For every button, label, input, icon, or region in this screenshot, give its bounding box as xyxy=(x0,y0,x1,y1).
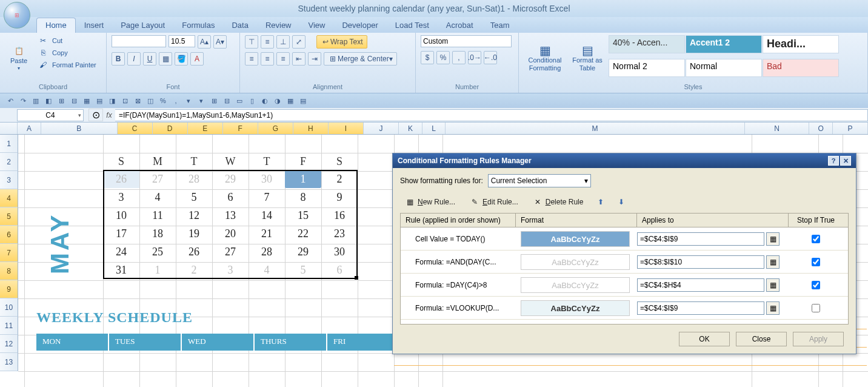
font-family-combo[interactable] xyxy=(112,35,166,47)
applies-to-input[interactable] xyxy=(637,301,764,315)
font-color-button[interactable]: A xyxy=(190,52,204,66)
align-left-button[interactable]: ≡ xyxy=(245,52,258,66)
ok-button[interactable]: OK xyxy=(679,332,730,346)
select-all-corner[interactable] xyxy=(0,123,18,134)
stop-if-true-checkbox[interactable] xyxy=(812,258,820,266)
rule-row[interactable]: Formula: =AND(DAY(C...AaBbCcYyZz▦ xyxy=(401,251,848,274)
tab-view[interactable]: View xyxy=(300,18,334,33)
calendar-cell[interactable]: 2 xyxy=(176,261,212,279)
calendar-cell[interactable]: 12 xyxy=(176,206,212,224)
grow-font-button[interactable]: A▴ xyxy=(198,35,211,49)
align-right-button[interactable]: ≡ xyxy=(276,52,290,66)
cut-button[interactable]: ✂Cut xyxy=(36,35,100,46)
row-header[interactable]: 7 xyxy=(0,244,18,262)
stop-if-true-checkbox[interactable] xyxy=(812,235,820,243)
calendar-cell[interactable]: 27 xyxy=(212,243,249,261)
move-down-button[interactable]: ⬇ xyxy=(618,198,624,206)
stop-if-true-checkbox[interactable] xyxy=(812,281,820,289)
calendar-cell[interactable]: 30 xyxy=(249,170,285,188)
calendar-cell[interactable]: 6 xyxy=(212,188,249,206)
cell-styles-gallery[interactable]: 40% - Accen...Accent1 2Headi...Normal 2N… xyxy=(609,35,845,82)
orientation-button[interactable]: ⤢ xyxy=(292,35,305,49)
calendar-cell[interactable]: 21 xyxy=(249,224,285,243)
tab-acrobat[interactable]: Acrobat xyxy=(438,18,482,33)
calendar-cell[interactable]: 5 xyxy=(176,188,212,206)
col-header[interactable]: L xyxy=(422,123,446,134)
align-bottom-button[interactable]: ⊥ xyxy=(276,35,290,49)
applies-to-input[interactable] xyxy=(637,232,764,246)
calendar-cell[interactable]: 7 xyxy=(249,188,285,206)
calendar-cell[interactable]: 27 xyxy=(139,170,176,188)
shrink-font-button[interactable]: A▾ xyxy=(213,35,227,49)
dialog-titlebar[interactable]: Conditional Formatting Rules Manager ? ✕ xyxy=(393,153,856,168)
row-header[interactable]: 12 xyxy=(0,335,18,353)
calendar-cell[interactable]: 1 xyxy=(285,170,321,188)
office-button[interactable]: ⊞ xyxy=(0,0,34,34)
col-header[interactable]: N xyxy=(745,123,809,134)
delete-rule-button[interactable]: ✕Delete Rule xyxy=(533,197,584,207)
font-size-combo[interactable]: 10.5 xyxy=(169,35,195,47)
calendar-cell[interactable]: 29 xyxy=(212,170,249,188)
close-button[interactable]: Close xyxy=(736,332,787,346)
bold-button[interactable]: B xyxy=(112,52,125,66)
align-center-button[interactable]: ≡ xyxy=(261,52,274,66)
tab-page-layout[interactable]: Page Layout xyxy=(112,18,173,33)
style-cell[interactable]: 40% - Accen... xyxy=(609,35,685,53)
calendar-cell[interactable]: 20 xyxy=(212,224,249,243)
calendar-cell[interactable]: 16 xyxy=(321,206,358,224)
italic-button[interactable]: I xyxy=(127,52,141,66)
col-header[interactable]: M xyxy=(446,123,744,134)
calendar-cell[interactable]: 4 xyxy=(139,188,176,206)
border-button[interactable]: ▦ xyxy=(159,52,172,66)
align-middle-button[interactable]: ≡ xyxy=(261,35,274,49)
row-header[interactable]: 8 xyxy=(0,262,18,280)
merge-center-button[interactable]: ⊞Merge & Center ▾ xyxy=(324,52,397,66)
calendar-cell[interactable]: 4 xyxy=(249,261,285,279)
range-picker-button[interactable]: ▦ xyxy=(766,255,780,269)
calendar-cell[interactable]: 26 xyxy=(103,170,139,188)
formula-input[interactable]: =IF(DAY(MaySun1)=1,MaySun1-6,MaySun1+1) xyxy=(115,109,868,121)
move-up-button[interactable]: ⬆ xyxy=(598,198,604,206)
align-top-button[interactable]: ⊤ xyxy=(245,35,258,49)
calendar-cell[interactable]: 10 xyxy=(103,206,139,224)
col-header[interactable]: D xyxy=(153,123,188,134)
inc-decimal-button[interactable]: .0→ xyxy=(468,51,481,64)
calendar-cell[interactable]: 9 xyxy=(321,188,358,206)
calendar-cell[interactable]: 18 xyxy=(139,224,176,243)
underline-button[interactable]: U xyxy=(143,52,156,66)
calendar-cell[interactable]: 28 xyxy=(176,170,212,188)
number-format-combo[interactable]: Custom xyxy=(421,35,512,47)
row-header[interactable]: 3 xyxy=(0,171,18,189)
row-header[interactable]: 5 xyxy=(0,207,18,226)
row-header[interactable]: 9 xyxy=(0,280,18,298)
copy-button[interactable]: ⎘Copy xyxy=(36,47,100,58)
style-cell[interactable]: Bad xyxy=(763,59,839,77)
close-icon[interactable]: ✕ xyxy=(840,156,851,166)
calendar-cell[interactable]: 19 xyxy=(176,224,212,243)
calendar-cell[interactable]: 31 xyxy=(103,261,139,279)
applies-to-input[interactable] xyxy=(637,255,764,269)
undo-button[interactable]: ↶ xyxy=(5,95,16,106)
percent-button[interactable]: % xyxy=(436,51,450,64)
col-header[interactable]: E xyxy=(188,123,223,134)
redo-button[interactable]: ↷ xyxy=(18,95,28,106)
col-header[interactable]: A xyxy=(18,123,41,134)
rule-row[interactable]: Formula: =VLOOKUP(D...AaBbCcYyZz▦ xyxy=(401,297,848,320)
calendar-cell[interactable]: 3 xyxy=(103,188,139,206)
calendar-cell[interactable]: 25 xyxy=(139,243,176,261)
range-picker-button[interactable]: ▦ xyxy=(766,232,780,246)
help-button[interactable]: ? xyxy=(828,156,839,166)
show-rules-for-select[interactable]: Current Selection▾ xyxy=(488,174,591,187)
row-header[interactable]: 1 xyxy=(0,135,18,153)
calendar-cell[interactable]: 28 xyxy=(249,243,285,261)
row-header[interactable]: 6 xyxy=(0,226,18,244)
calendar-cell[interactable]: 2 xyxy=(321,170,358,188)
col-header[interactable]: F xyxy=(223,123,258,134)
fx-button[interactable]: fx xyxy=(103,111,115,119)
fill-color-button[interactable]: 🪣 xyxy=(175,52,188,66)
tab-load-test[interactable]: Load Test xyxy=(387,18,438,33)
calendar-cell[interactable]: 13 xyxy=(212,206,249,224)
col-header[interactable]: P xyxy=(833,123,868,134)
col-header[interactable]: J xyxy=(364,123,399,134)
col-header[interactable]: I xyxy=(329,123,364,134)
